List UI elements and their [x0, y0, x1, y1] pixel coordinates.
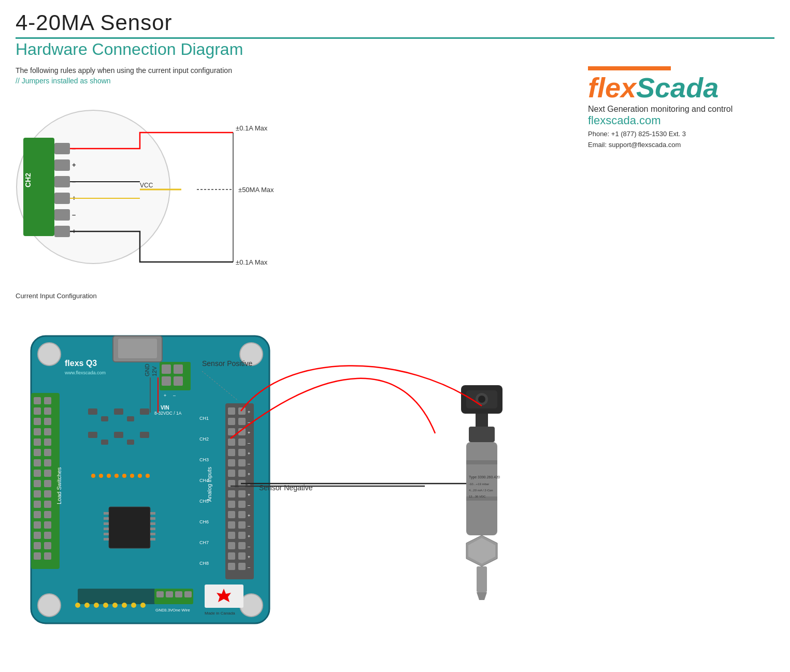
svg-text:+: + [72, 161, 76, 169]
svg-text:8-32VDC / 1A: 8-32VDC / 1A [154, 411, 182, 416]
jumper-note: // Jumpers installed as shown [16, 77, 578, 85]
svg-text:±0.1A Max: ±0.1A Max [236, 124, 268, 132]
page-title: 4-20MA Sensor [16, 10, 774, 35]
logo-phone: Phone: +1 (877) 825-1530 Ext. 3 [588, 129, 774, 140]
logo-flex-text: flex [588, 71, 636, 104]
svg-text:12V: 12V [151, 366, 157, 376]
svg-text:±0.1A Max: ±0.1A Max [236, 258, 268, 266]
svg-text:±50MA Max: ±50MA Max [238, 186, 274, 194]
sensor-positive-label: Sensor Positive [202, 359, 252, 368]
connection-diagram-svg: GND 12V Sensor Positive Sensor Negative … [16, 310, 585, 631]
svg-rect-7 [54, 209, 70, 221]
svg-text:–: – [72, 211, 76, 218]
svg-rect-8 [54, 226, 70, 237]
description-text: The following rules apply when using the… [16, 66, 578, 75]
circuit-schematic: CH2 – + – + – + [16, 91, 321, 288]
svg-text:CH2: CH2 [24, 173, 32, 187]
svg-text:VIN: VIN [161, 405, 169, 411]
logo-url: flexscada.com [588, 114, 774, 127]
svg-rect-4 [54, 159, 70, 171]
logo-scada-text: Scada [636, 71, 719, 104]
svg-text:GND: GND [144, 364, 150, 377]
sensor-negative-label: Sensor Negative [259, 484, 313, 492]
svg-rect-6 [54, 193, 70, 204]
logo-tagline: Next Generation monitoring and control [588, 105, 774, 114]
logo-bar [588, 66, 671, 70]
current-input-label: Current Input Configuration [16, 292, 578, 300]
brand-logo-area: flex Scada Next Generation monitoring an… [578, 66, 774, 151]
logo-email: Email: support@flexscada.com [588, 140, 774, 151]
svg-rect-5 [54, 176, 70, 187]
page-subtitle: Hardware Connection Diagram [16, 40, 774, 59]
svg-text:VCC: VCC [140, 182, 153, 189]
svg-rect-3 [54, 143, 70, 154]
